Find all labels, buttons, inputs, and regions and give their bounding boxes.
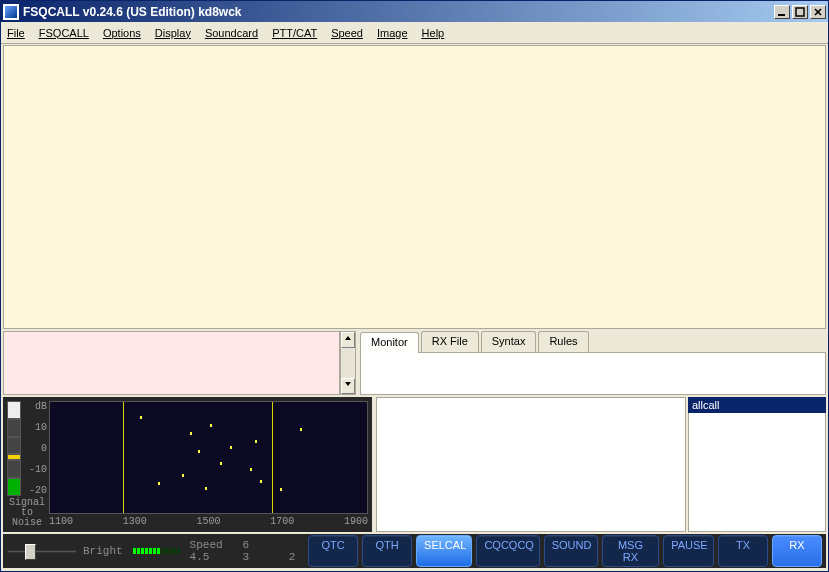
qtc-button[interactable]: QTC: [308, 535, 358, 567]
selcal-button[interactable]: SELCAL: [416, 535, 472, 567]
command-scrollbar[interactable]: [340, 331, 356, 395]
brightness-slider[interactable]: [7, 542, 77, 560]
tx-text-area[interactable]: [3, 45, 826, 329]
waterfall-marker-right[interactable]: [272, 402, 273, 513]
rx-button[interactable]: RX: [772, 535, 822, 567]
tab-rules[interactable]: Rules: [538, 331, 588, 352]
bottom-bar: Bright Speed 6 4.5 3 2 QTC QTH SELCAL CQ…: [3, 534, 826, 568]
app-icon: [3, 4, 19, 20]
menu-soundcard[interactable]: Soundcard: [205, 27, 258, 39]
speed-indicator: [133, 548, 180, 554]
tab-label: Rules: [549, 335, 577, 347]
svg-rect-1: [796, 8, 804, 16]
minimize-button[interactable]: [774, 5, 790, 19]
mid-right: Monitor RX File Syntax Rules: [360, 331, 826, 395]
waterfall[interactable]: [49, 401, 368, 514]
tabs: Monitor RX File Syntax Rules: [360, 331, 826, 352]
command-text-area[interactable]: [3, 331, 340, 395]
mid-left: [3, 331, 356, 395]
rx-text-area[interactable]: [376, 397, 686, 532]
tab-label: Monitor: [371, 336, 408, 348]
pause-button[interactable]: PAUSE: [663, 535, 714, 567]
app-window: FSQCALL v0.24.6 (US Edition) kd8wck File…: [0, 0, 829, 572]
tab-label: RX File: [432, 335, 468, 347]
svg-rect-0: [778, 14, 785, 16]
menu-image[interactable]: Image: [377, 27, 408, 39]
tab-monitor[interactable]: Monitor: [360, 332, 419, 353]
tab-syntax[interactable]: Syntax: [481, 331, 537, 352]
speed-tick: 6: [242, 539, 249, 551]
menu-speed[interactable]: Speed: [331, 27, 363, 39]
speed-label-row: Speed 6 4.5 3 2: [190, 539, 298, 563]
speed-meter: [133, 548, 180, 554]
scroll-up-button[interactable]: [341, 332, 355, 348]
msgrx-button[interactable]: MSG RX: [602, 535, 659, 567]
tab-body: [360, 352, 826, 395]
menu-display[interactable]: Display: [155, 27, 191, 39]
menu-pttcat[interactable]: PTT/CAT: [272, 27, 317, 39]
signal-noise-column: dB 10 0 -10 -20 Signal to Noise: [7, 401, 47, 528]
maximize-button[interactable]: [792, 5, 808, 19]
tab-label: Syntax: [492, 335, 526, 347]
brightness-control: Bright: [7, 542, 123, 560]
heard-list-header[interactable]: allcall: [688, 397, 826, 413]
sn-title: Signal to Noise: [7, 498, 47, 528]
tab-rxfile[interactable]: RX File: [421, 331, 479, 352]
qth-button[interactable]: QTH: [362, 535, 412, 567]
waterfall-wrap: 1100 1300 1500 1700 1900: [49, 401, 368, 528]
window-title: FSQCALL v0.24.6 (US Edition) kd8wck: [23, 5, 774, 19]
scroll-track[interactable]: [341, 348, 355, 378]
sn-labels: dB 10 0 -10 -20: [21, 401, 47, 496]
menu-fsqcall[interactable]: FSQCALL: [39, 27, 89, 39]
window-buttons: [774, 5, 826, 19]
spectrum-panel: dB 10 0 -10 -20 Signal to Noise: [3, 397, 372, 532]
waterfall-marker-left[interactable]: [123, 402, 124, 513]
heard-list-body[interactable]: [688, 413, 826, 532]
heard-list: allcall: [688, 397, 826, 532]
cqcqcq-button[interactable]: CQCQCQ: [476, 535, 539, 567]
right-panel: allcall: [376, 397, 826, 532]
speed-label: Speed: [190, 539, 223, 551]
brightness-label: Bright: [83, 545, 123, 557]
slider-thumb[interactable]: [25, 544, 36, 560]
speed-tick: 4.5: [190, 551, 210, 563]
frequency-scale: 1100 1300 1500 1700 1900: [49, 514, 368, 528]
close-button[interactable]: [810, 5, 826, 19]
menubar: File FSQCALL Options Display Soundcard P…: [1, 22, 828, 44]
scroll-down-button[interactable]: [341, 378, 355, 394]
speed-tick: 3: [242, 551, 249, 563]
menu-options[interactable]: Options: [103, 27, 141, 39]
tx-button[interactable]: TX: [718, 535, 768, 567]
menu-help[interactable]: Help: [422, 27, 445, 39]
sn-meter: [7, 401, 21, 496]
speed-tick: 2: [289, 551, 296, 563]
mid-row: Monitor RX File Syntax Rules: [3, 331, 826, 395]
titlebar[interactable]: FSQCALL v0.24.6 (US Edition) kd8wck: [1, 1, 828, 22]
menu-file[interactable]: File: [7, 27, 25, 39]
sound-button[interactable]: SOUND: [544, 535, 598, 567]
lower-row: dB 10 0 -10 -20 Signal to Noise: [3, 397, 826, 532]
mode-buttons: QTC QTH SELCAL CQCQCQ SOUND MSG RX PAUSE…: [308, 535, 822, 567]
